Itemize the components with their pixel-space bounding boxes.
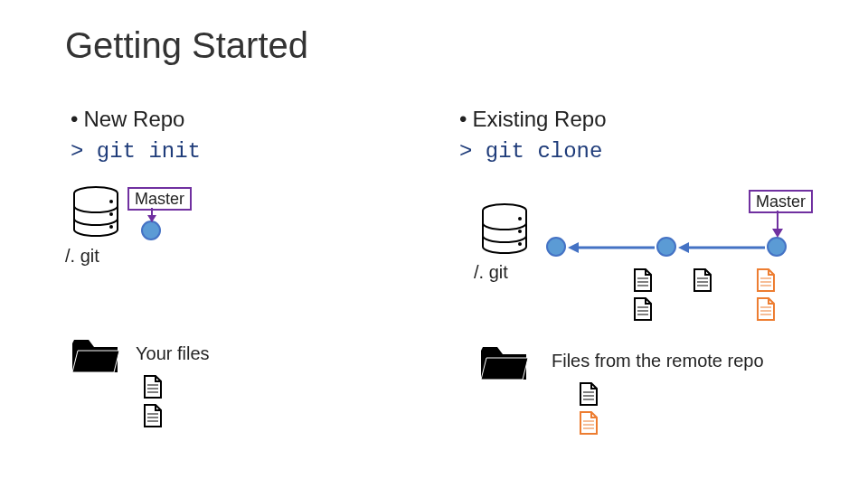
master-label-left: Master — [127, 187, 192, 211]
svg-point-15 — [518, 242, 522, 246]
heading-existing-repo: •Existing Repo — [459, 107, 606, 132]
heading-new-repo-text: New Repo — [83, 107, 184, 131]
document-icon — [143, 374, 163, 399]
svg-marker-5 — [147, 215, 156, 222]
svg-point-1 — [109, 200, 113, 203]
git-path-label-right: /. git — [474, 262, 508, 283]
svg-marker-21 — [772, 229, 783, 238]
bullet-dot-icon: • — [71, 107, 78, 131]
arrow-icon — [147, 208, 156, 222]
document-icon — [579, 381, 599, 407]
document-icon — [633, 267, 653, 293]
commit-node — [141, 221, 161, 240]
command-git-init: > git init — [71, 139, 201, 164]
arrow-icon — [772, 211, 783, 238]
arrow-icon — [568, 242, 655, 253]
repo-db-icon — [71, 186, 121, 237]
commit-node — [546, 237, 566, 257]
folder-icon — [71, 336, 119, 374]
document-icon — [579, 410, 599, 436]
svg-point-3 — [109, 225, 113, 229]
slide-title: Getting Started — [65, 25, 308, 66]
bullet-dot-icon: • — [459, 107, 467, 131]
repo-db-icon — [479, 203, 530, 254]
svg-point-14 — [518, 230, 522, 233]
commit-node — [656, 237, 676, 257]
svg-marker-19 — [678, 242, 689, 253]
git-path-label-left: /. git — [65, 246, 99, 267]
command-git-clone: > git clone — [459, 139, 602, 164]
document-icon — [756, 267, 776, 293]
document-icon — [756, 296, 776, 322]
heading-existing-repo-text: Existing Repo — [472, 107, 606, 131]
remote-files-label: Files from the remote repo — [552, 351, 764, 371]
your-files-label: Your files — [136, 343, 210, 364]
document-icon — [143, 403, 163, 428]
heading-new-repo: •New Repo — [71, 107, 184, 132]
svg-marker-17 — [568, 242, 579, 253]
commit-node — [767, 237, 787, 257]
svg-point-2 — [109, 212, 113, 216]
document-icon — [633, 296, 653, 322]
document-icon — [693, 267, 712, 293]
arrow-icon — [678, 242, 765, 253]
svg-point-13 — [518, 217, 522, 221]
folder-icon — [479, 343, 528, 381]
